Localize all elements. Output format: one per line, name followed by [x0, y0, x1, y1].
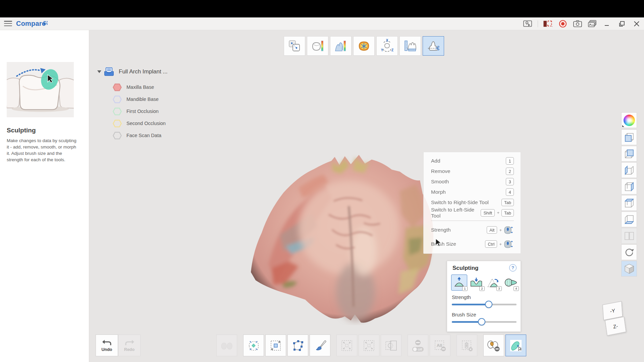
flyout-arrow-icon: [622, 125, 624, 127]
tree-item-face-scan-data[interactable]: Face Scan Data: [113, 129, 168, 141]
delete-selected-icon: [460, 339, 474, 352]
isometric-view-button[interactable]: [621, 261, 637, 277]
sculpting-button[interactable]: [423, 36, 444, 56]
reset-view-icon: [623, 246, 635, 258]
tree-item-second-occlusion[interactable]: Second Occlusion: [113, 117, 168, 129]
select-through-icon: [384, 340, 398, 351]
collapse-arrow-icon[interactable]: [97, 70, 101, 73]
view-right-icon: [623, 181, 635, 193]
view-back-button[interactable]: [621, 146, 637, 162]
redo-icon: [124, 339, 135, 347]
occlusion-analysis-button[interactable]: [353, 36, 375, 56]
brush-size-slider[interactable]: [452, 318, 517, 325]
tooth-sculpt-brush-illustration: [7, 62, 74, 117]
screenshot-icon[interactable]: [573, 19, 582, 28]
rectangle-selection-button[interactable]: [265, 335, 286, 356]
key-badge: Ctrl: [485, 240, 497, 248]
smooth-tool-button[interactable]: 3: [485, 275, 501, 291]
tree-item-mandible-base[interactable]: Mandible Base: [113, 93, 168, 105]
remove-tool-button[interactable]: 2: [468, 275, 484, 291]
smart-selection-icon: [247, 339, 260, 352]
maxilla-3d-model[interactable]: [248, 151, 436, 325]
shrink-selection-button: [336, 335, 357, 356]
sculpt-tool-row: 1 2 3 4: [451, 275, 519, 291]
add-tool-button[interactable]: 1: [451, 275, 467, 291]
axis-face-z: Z-: [605, 317, 626, 336]
slider-handle[interactable]: [478, 318, 485, 325]
color-map-button[interactable]: [621, 112, 637, 128]
tree-item-maxilla-base[interactable]: Maxilla Base: [113, 81, 168, 93]
color-map-icon: [624, 115, 635, 126]
key-badge: Alt: [487, 226, 497, 234]
key-badge: Tab: [501, 209, 514, 217]
axis-orientation-cube[interactable]: -Y Z-: [601, 301, 628, 337]
hexagon-color-swatch[interactable]: [113, 132, 122, 139]
tree-item-first-occlusion[interactable]: First Occlusion: [113, 105, 168, 117]
key-badge: 3: [506, 178, 514, 185]
data-alignment-button[interactable]: [284, 36, 305, 56]
view-bottom-button[interactable]: [621, 212, 637, 227]
capture-area-icon[interactable]: [543, 19, 553, 28]
tips-icon[interactable]: [523, 19, 532, 28]
titlebar-actions: [523, 17, 641, 30]
grow-selection-button: [359, 335, 379, 356]
tree-items: Maxilla Base Mandible Base First Occlusi…: [113, 81, 168, 141]
measurement-button[interactable]: [399, 36, 421, 56]
titlebar: Compare: [0, 17, 644, 30]
brush-selection-button[interactable]: [310, 335, 330, 356]
help-icon[interactable]: ?: [509, 264, 517, 272]
hexagon-color-swatch[interactable]: [113, 108, 122, 115]
rectangle-selection-icon: [269, 339, 282, 352]
compare-layout-icon: [44, 21, 48, 25]
undo-redo-group: Undo Redo: [96, 335, 141, 356]
both-jaws-icon: [220, 340, 233, 351]
mode-title: Compare: [16, 20, 46, 27]
sculpt-tool-button[interactable]: [505, 335, 526, 356]
cross-section-button[interactable]: [330, 36, 352, 56]
titlebar-divider: [538, 20, 538, 27]
sculpt-active-icon: [509, 339, 523, 352]
hexagon-color-swatch[interactable]: [113, 120, 122, 127]
morph-tool-button[interactable]: 4: [502, 275, 519, 291]
undo-icon: [102, 339, 112, 347]
view-bottom-icon: [623, 214, 635, 226]
key-badge: 2: [506, 168, 514, 175]
sidebar-description: Make changes to data by sculpting it - a…: [7, 137, 78, 163]
both-jaws-button: [216, 335, 237, 356]
hexagon-color-swatch[interactable]: [113, 83, 122, 91]
lock-region-button[interactable]: [483, 335, 504, 356]
view-top-button[interactable]: [621, 195, 637, 211]
key-badge: 1: [506, 157, 514, 165]
view-left-button[interactable]: [621, 162, 637, 178]
slider-handle[interactable]: [485, 301, 492, 308]
reset-view-button[interactable]: [621, 244, 637, 260]
strength-slider[interactable]: [452, 301, 517, 308]
deviation-display-button[interactable]: [307, 36, 328, 56]
maximize-icon[interactable]: [617, 19, 627, 28]
slider-fill: [452, 304, 489, 305]
shortcut-row-morph: Morph 4: [431, 187, 514, 197]
close-icon[interactable]: [632, 19, 641, 28]
smart-selection-button[interactable]: [243, 335, 264, 356]
gallery-icon[interactable]: [588, 19, 597, 28]
minimize-icon[interactable]: [602, 19, 612, 28]
shortcut-row-brush-size: Brush Size Ctrl +: [431, 237, 514, 251]
polygon-selection-button[interactable]: [287, 335, 308, 356]
view-back-icon: [623, 148, 635, 160]
view-right-button[interactable]: [621, 179, 637, 194]
hexagon-color-swatch[interactable]: [113, 96, 122, 103]
tree-root[interactable]: Full Arch Implant ...: [97, 67, 168, 76]
mouse-cursor: [435, 238, 442, 247]
sculpting-panel: Sculpting ? 1 2 3 4 Strength Brush Size: [447, 261, 521, 332]
orientation-xyz-button[interactable]: XYZ: [376, 36, 398, 56]
menu-icon[interactable]: [4, 21, 12, 27]
view-front-icon: [623, 131, 635, 143]
svg-text:Z: Z: [391, 48, 393, 52]
record-icon[interactable]: [558, 19, 568, 28]
undo-button[interactable]: Undo: [96, 335, 118, 356]
lock-region-icon: [487, 339, 501, 352]
svg-text:Y: Y: [381, 48, 383, 52]
view-front-button[interactable]: [621, 129, 637, 145]
compare-toolbar: XYZ: [284, 36, 444, 56]
deselect-mode-button: Off: [408, 335, 428, 356]
